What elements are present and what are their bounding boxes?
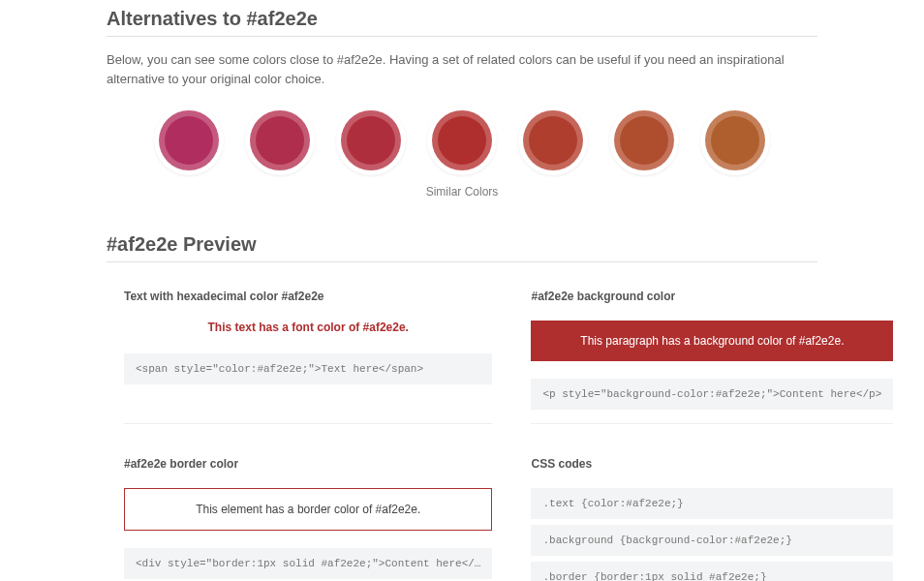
code-snippet[interactable]: <div style="border:1px solid #af2e2e;">C…	[124, 548, 492, 579]
alternatives-intro: Below, you can see some colors close to …	[107, 50, 817, 88]
code-snippet[interactable]: <p style="background-color:#af2e2e;">Con…	[531, 379, 893, 410]
code-snippet[interactable]: .border {border:1px solid #af2e2e;}	[531, 562, 893, 581]
color-swatch[interactable]	[336, 106, 406, 175]
swatch-ring	[341, 110, 401, 170]
cell-title: CSS codes	[531, 457, 893, 471]
cell-title: #af2e2e background color	[531, 290, 893, 303]
swatch-ring	[523, 110, 583, 170]
color-swatch[interactable]	[609, 106, 679, 175]
css-code-stack: .text {color:#af2e2e;}.background {backg…	[531, 488, 893, 581]
preview-grid: Text with hexadecimal color #af2e2e This…	[107, 290, 817, 581]
swatch-row	[107, 106, 817, 175]
swatch-inner	[165, 116, 213, 165]
code-snippet[interactable]: <span style="color:#af2e2e;">Text here</…	[124, 353, 492, 384]
color-swatch[interactable]	[154, 106, 224, 175]
code-snippet[interactable]: .background {background-color:#af2e2e;}	[531, 525, 893, 556]
alternatives-heading: Alternatives to #af2e2e	[107, 0, 817, 37]
swatch-ring	[705, 110, 765, 170]
color-swatch[interactable]	[518, 106, 588, 175]
swatch-inner	[711, 116, 759, 165]
swatch-inner	[256, 116, 304, 165]
color-swatch[interactable]	[245, 106, 315, 175]
text-color-sample: This text has a font color of #af2e2e.	[124, 321, 492, 334]
cell-title: Text with hexadecimal color #af2e2e	[124, 290, 492, 303]
swatch-inner	[620, 116, 668, 165]
swatch-inner	[347, 116, 395, 165]
swatch-ring	[250, 110, 310, 170]
preview-heading: #af2e2e Preview	[107, 226, 817, 262]
swatch-caption: Similar Colors	[107, 185, 817, 199]
swatch-ring	[432, 110, 492, 170]
cell-css-codes: CSS codes .text {color:#af2e2e;}.backgro…	[531, 457, 893, 581]
swatch-inner	[529, 116, 577, 165]
cell-text-color: Text with hexadecimal color #af2e2e This…	[124, 290, 492, 424]
border-color-sample: This element has a border color of #af2e…	[124, 488, 492, 531]
swatch-inner	[438, 116, 486, 165]
color-swatch[interactable]	[427, 106, 497, 175]
swatch-ring	[159, 110, 219, 170]
color-swatch[interactable]	[700, 106, 770, 175]
swatch-ring	[614, 110, 674, 170]
code-snippet[interactable]: .text {color:#af2e2e;}	[531, 488, 893, 519]
cell-background-color: #af2e2e background color This paragraph …	[531, 290, 893, 424]
cell-border-color: #af2e2e border color This element has a …	[124, 457, 492, 581]
background-color-sample: This paragraph has a background color of…	[531, 321, 893, 361]
cell-title: #af2e2e border color	[124, 457, 492, 471]
